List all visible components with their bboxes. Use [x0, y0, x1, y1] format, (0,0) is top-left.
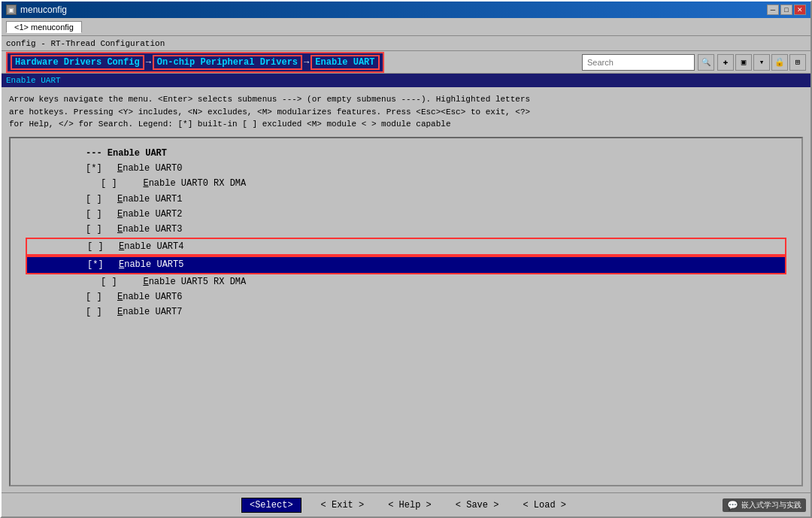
toolbar-view-icon[interactable]: ▣: [735, 54, 752, 71]
label-uart3: Enable UART3: [107, 222, 183, 237]
search-area: 🔍 ✚ ▣ ▾ 🔒 ⊞: [582, 54, 806, 71]
toolbar-icons: ✚ ▣ ▾ 🔒 ⊞: [717, 54, 806, 71]
bracket-uart3: [ ]: [86, 222, 102, 237]
menu-item-uart6[interactable]: [ ] Enable UART6: [26, 289, 786, 304]
watermark-text: 嵌入式学习与实践: [741, 500, 801, 510]
help-line-1: Arrow keys navigate the menu. <Enter> se…: [9, 93, 803, 106]
bottom-bar: <Select> < Exit > < Help > < Save > < Lo…: [2, 492, 810, 516]
title-bar-left: ▣ menuconfig: [6, 5, 67, 15]
toolbar-extra-icon[interactable]: ⊞: [789, 54, 806, 71]
toolbar-lock-icon[interactable]: 🔒: [771, 54, 788, 71]
bracket-uart7: [ ]: [86, 304, 102, 320]
label-uart2: Enable UART2: [107, 207, 183, 222]
toolbar-dropdown-icon[interactable]: ▾: [753, 54, 770, 71]
menuconfig-box: --- Enable UART [*] Enable UART0 [ ] Ena…: [9, 137, 803, 487]
bracket-uart1: [ ]: [86, 192, 102, 207]
menu-items: --- Enable UART [*] Enable UART0 [ ] Ena…: [26, 146, 786, 320]
window: ▣ menuconfig ─ □ ✕ <1> menuconfig config…: [0, 0, 812, 518]
maximize-button[interactable]: □: [780, 5, 792, 15]
window-icon: ▣: [6, 5, 17, 15]
menu-item-uart7[interactable]: [ ] Enable UART7: [26, 304, 786, 320]
breadcrumb: Hardware Drivers Config → On-chip Periph…: [6, 52, 384, 73]
tab-menuconfig[interactable]: <1> menuconfig: [6, 21, 82, 33]
bracket-uart2: [ ]: [86, 207, 102, 222]
label-uart1: Enable UART1: [107, 192, 183, 207]
menu-item-uart1[interactable]: [ ] Enable UART1: [26, 192, 786, 207]
minimize-button[interactable]: ─: [767, 5, 779, 15]
bracket-uart6: [ ]: [86, 289, 102, 304]
watermark: 💬 嵌入式学习与实践: [723, 498, 806, 512]
label-uart0: Enable UART0: [107, 161, 183, 176]
breadcrumb-arrow-1: →: [302, 57, 311, 68]
menu-item-uart2[interactable]: [ ] Enable UART2: [26, 207, 786, 222]
close-button[interactable]: ✕: [794, 5, 806, 15]
search-input[interactable]: [582, 54, 695, 71]
menu-title: --- Enable UART: [26, 146, 786, 161]
help-line-3: for Help, </> for Search. Legend: [*] bu…: [9, 118, 803, 131]
breadcrumb-arrow-0: →: [144, 57, 153, 68]
menu-item-uart3[interactable]: [ ] Enable UART3: [26, 222, 786, 237]
toolbar-add-icon[interactable]: ✚: [717, 54, 734, 71]
subtitle-text: Enable UART: [6, 76, 61, 85]
save-button[interactable]: < Save >: [451, 498, 504, 512]
config-header-row: config - RT-Thread Configuration: [2, 36, 810, 51]
label-uart0-rx-dma: Enable UART0 RX DMA: [122, 176, 247, 191]
label-uart4: Enable UART4: [108, 239, 184, 254]
select-button[interactable]: <Select>: [241, 498, 301, 513]
bracket-uart0-rx-dma: [ ]: [101, 176, 117, 191]
subtitle-row: Enable UART: [2, 74, 810, 87]
menu-item-uart5-rx-dma[interactable]: [ ] Enable UART5 RX DMA: [26, 274, 786, 289]
breadcrumb-item-1[interactable]: On-chip Peripheral Drivers: [153, 55, 302, 70]
breadcrumb-item-2[interactable]: Enable UART: [311, 55, 379, 70]
tab-bar: <1> menuconfig: [2, 18, 810, 36]
config-header-text: config - RT-Thread Configuration: [6, 39, 165, 48]
label-uart5: Enable UART5: [108, 257, 184, 272]
label-uart6: Enable UART6: [107, 289, 183, 304]
content-area: Arrow keys navigate the menu. <Enter> se…: [2, 87, 810, 492]
bracket-uart0: [*]: [86, 161, 102, 176]
breadcrumb-item-0[interactable]: Hardware Drivers Config: [11, 55, 144, 70]
exit-button[interactable]: < Exit >: [317, 498, 369, 512]
help-text: Arrow keys navigate the menu. <Enter> se…: [9, 93, 803, 131]
bracket-uart5-rx-dma: [ ]: [101, 274, 117, 289]
title-bar-buttons: ─ □ ✕: [767, 5, 806, 15]
label-uart7: Enable UART7: [107, 304, 183, 320]
toolbar-row: Hardware Drivers Config → On-chip Periph…: [2, 51, 810, 74]
menu-item-uart4[interactable]: [ ] Enable UART4: [26, 238, 786, 256]
title-bar: ▣ menuconfig ─ □ ✕: [2, 2, 810, 18]
help-line-2: are hotkeys. Pressing <Y> includes, <N> …: [9, 106, 803, 119]
load-button[interactable]: < Load >: [518, 498, 571, 512]
menu-item-uart0[interactable]: [*] Enable UART0: [26, 161, 786, 176]
bracket-uart5: [*]: [87, 257, 104, 272]
bracket-uart4: [ ]: [87, 239, 104, 254]
menu-item-uart5[interactable]: [*] Enable UART5: [26, 256, 786, 274]
search-button[interactable]: 🔍: [698, 54, 714, 71]
menu-item-uart0-rx-dma[interactable]: [ ] Enable UART0 RX DMA: [26, 176, 786, 191]
help-button[interactable]: < Help >: [383, 498, 436, 512]
title-bar-text: menuconfig: [20, 5, 67, 15]
label-uart5-rx-dma: Enable UART5 RX DMA: [122, 274, 247, 289]
